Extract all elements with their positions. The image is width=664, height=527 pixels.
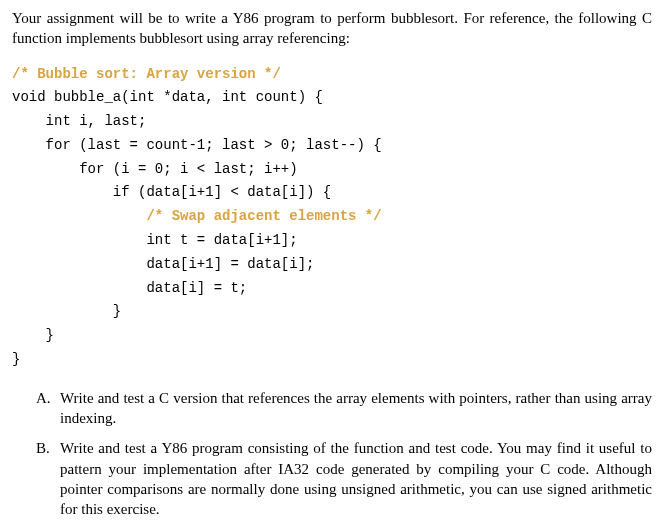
assignment-intro: Your assignment will be to write a Y86 p… (12, 8, 652, 49)
code-line: data[i+1] = data[i]; (12, 256, 314, 272)
questions-list: A. Write and test a C version that refer… (12, 388, 652, 520)
question-text: Write and test a Y86 program consisting … (60, 438, 652, 519)
code-line: data[i] = t; (12, 280, 247, 296)
code-line: int i, last; (12, 113, 146, 129)
code-comment: /* Bubble sort: Array version */ (12, 66, 281, 82)
code-listing: /* Bubble sort: Array version */ void bu… (12, 63, 652, 372)
code-line: } (12, 327, 54, 343)
code-line: int t = data[i+1]; (12, 232, 298, 248)
code-line: for (i = 0; i < last; i++) (12, 161, 298, 177)
question-text: Write and test a C version that referenc… (60, 388, 652, 429)
code-line: for (last = count-1; last > 0; last--) { (12, 137, 382, 153)
code-line: void bubble_a(int *data, int count) { (12, 89, 323, 105)
question-label: B. (36, 438, 60, 519)
code-line: if (data[i+1] < data[i]) { (12, 184, 331, 200)
code-comment: /* Swap adjacent elements */ (12, 208, 382, 224)
question-b: B. Write and test a Y86 program consisti… (36, 438, 652, 519)
code-line: } (12, 351, 20, 367)
question-label: A. (36, 388, 60, 429)
question-a: A. Write and test a C version that refer… (36, 388, 652, 429)
code-line: } (12, 303, 121, 319)
